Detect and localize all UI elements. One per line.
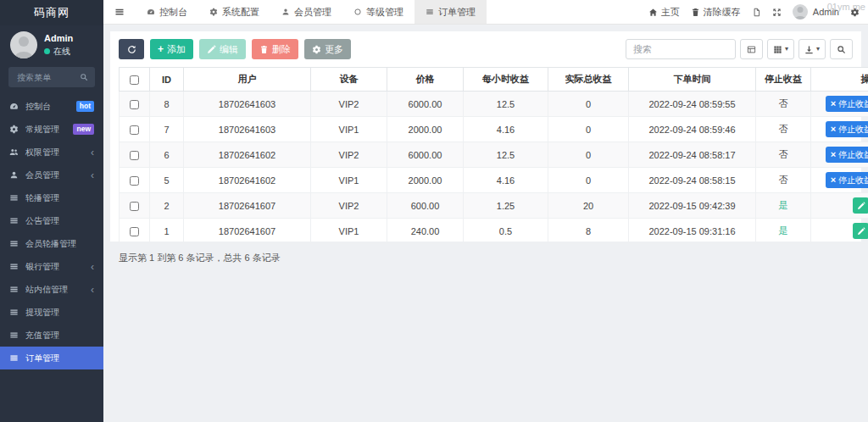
column-header[interactable]: 价格 [387,68,464,92]
badge-new: new [73,124,94,135]
row-edit-button[interactable] [853,197,868,214]
nav-tab[interactable]: 等级管理 [342,0,415,24]
cell-total-profit: 0 [548,142,629,168]
cell-order-time: 2022-09-24 08:58:15 [629,168,756,193]
copy-page-icon[interactable] [752,8,761,17]
column-header[interactable]: 设备 [311,68,387,92]
badge-hot: hot [76,101,94,112]
cell-actions: ×停止收益 [811,168,868,193]
search-icon[interactable] [80,73,88,81]
table-search-input[interactable] [626,39,736,59]
stop-profit-button[interactable]: ×停止收益 [826,172,868,188]
user-avatar[interactable] [10,31,37,58]
cell-order-time: 2022-09-24 08:59:46 [629,117,756,142]
list-icon [9,239,19,248]
export-button[interactable]: ▾ [798,39,826,59]
cell-id: 2 [150,193,184,219]
stop-profit-button[interactable]: ×停止收益 [826,121,868,137]
column-header[interactable]: 操作 [811,68,868,92]
list-icon [9,308,19,317]
select-all-checkbox[interactable] [130,75,139,85]
fullscreen-icon[interactable] [772,8,782,17]
row-checkbox[interactable] [130,202,139,211]
nav-tab[interactable]: 订单管理 [415,0,487,24]
row-checkbox[interactable] [130,151,139,160]
cell-device: VIP1 [311,219,387,244]
navbar-avatar [793,4,808,19]
search-button[interactable] [830,39,853,59]
sidebar-item-label: 权限管理 [25,147,59,158]
columns-button[interactable]: ▾ [767,39,794,59]
nav-tab[interactable]: 控制台 [136,0,198,24]
delete-button[interactable]: 删除 [252,39,298,59]
cell-id: 5 [150,168,184,193]
row-edit-button[interactable] [853,223,868,239]
edit-button[interactable]: 编辑 [199,39,246,59]
nav-tab[interactable]: 会员管理 [270,0,342,24]
orders-table: ID用户设备价格每小时收益实际总收益下单时间停止收益操作 81870264160… [119,67,868,244]
cell-id: 6 [150,142,184,168]
column-header[interactable]: 实际总收益 [548,68,629,92]
table-row: 118702641607VIP1240.000.582022-09-15 09:… [120,219,868,244]
cell-total-profit: 0 [548,92,629,117]
column-header[interactable]: 下单时间 [629,68,756,92]
sidebar-item[interactable]: 公告管理 [0,209,103,232]
sidebar-item[interactable]: 订单管理 [0,347,103,369]
clear-cache-link[interactable]: 清除缓存 [691,6,741,19]
sidebar-search-input[interactable] [15,72,80,83]
row-checkbox[interactable] [130,100,139,109]
column-header[interactable]: 停止收益 [756,68,811,92]
row-checkbox[interactable] [130,227,139,236]
list-icon [9,353,19,363]
row-checkbox[interactable] [130,125,139,135]
nav-tab[interactable]: 系统配置 [198,0,270,24]
cell-total-profit: 8 [548,219,629,244]
column-header[interactable]: 用户 [184,68,311,92]
sidebar-item[interactable]: 常规管理 new [0,118,103,141]
more-button[interactable]: 更多 [304,39,351,59]
sidebar-item-label: 常规管理 [25,124,59,136]
cell-device: VIP2 [311,92,387,117]
cell-stop-profit: 是 [756,193,811,219]
sidebar-item[interactable]: 银行管理 ‹ [0,255,103,278]
sidebar-item[interactable]: 控制台 hot [0,95,103,118]
sidebar-item[interactable]: 权限管理 ‹ [0,141,103,164]
column-header[interactable]: ID [150,68,184,92]
stop-profit-button[interactable]: ×停止收益 [826,96,868,112]
row-checkbox[interactable] [130,176,139,186]
hamburger-menu-icon[interactable] [103,0,136,24]
sidebar-item-label: 银行管理 [25,261,59,273]
sidebar-item[interactable]: 轮播管理 [0,186,103,209]
user-icon [9,170,19,180]
sidebar-item[interactable]: 充值管理 [0,324,103,347]
list-icon [9,216,19,225]
cell-user: 18702641607 [184,219,311,244]
cell-price: 6000.00 [387,142,464,168]
sidebar-item[interactable]: 会员轮播管理 [0,232,103,255]
watermark: 01ym.me [827,2,865,12]
chevron-left-icon: ‹ [91,170,94,180]
nav-tabs: 控制台 系统配置 会员管理 等级管理 订单管理 [136,0,487,24]
stop-profit-button[interactable]: ×停止收益 [826,147,868,163]
gear-icon [209,8,218,16]
home-link[interactable]: 主页 [648,6,680,19]
sidebar-item-label: 订单管理 [25,353,59,364]
sidebar-item[interactable]: 站内信管理 ‹ [0,278,103,301]
add-button[interactable]: +添加 [150,39,193,59]
column-header-select[interactable] [120,68,150,92]
x-icon: × [831,99,836,108]
column-header[interactable]: 每小时收益 [464,68,548,92]
sidebar-item[interactable]: 会员管理 ‹ [0,164,103,186]
list-icon [426,8,434,16]
cell-select [120,117,150,142]
nav-tab-label: 系统配置 [222,6,259,19]
table-row: 818702641603VIP26000.0012.502022-09-24 0… [120,92,868,117]
table-toolbar: +添加 编辑 删除 更多 ▾ ▾ [119,39,853,59]
chevron-left-icon: ‹ [91,262,94,272]
cell-hourly-profit: 0.5 [464,219,548,244]
user-name: Admin [44,33,73,43]
sidebar-item[interactable]: 提现管理 [0,301,103,324]
refresh-button[interactable] [119,39,144,59]
toggle-view-button[interactable] [740,39,763,59]
online-dot-icon [44,48,50,54]
